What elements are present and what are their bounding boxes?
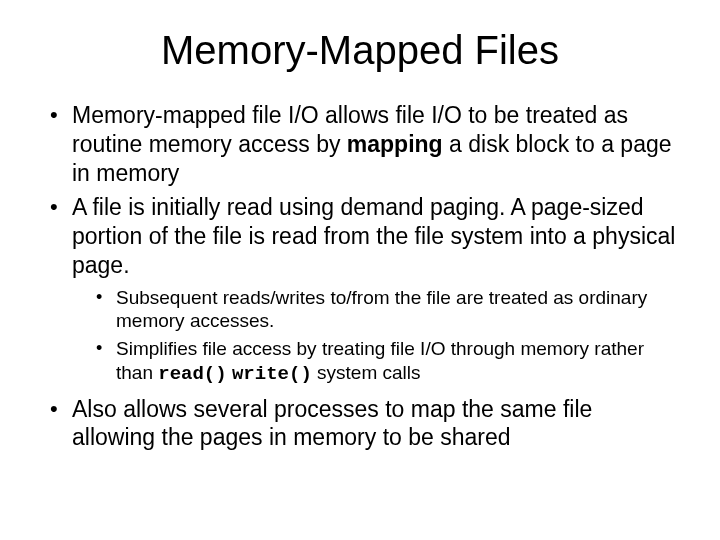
bullet-1: Memory-mapped file I/O allows file I/O t… [68,101,680,187]
bullet-2-text: A file is initially read using demand pa… [72,194,675,278]
code-read: read() [158,363,226,385]
slide: Memory-Mapped Files Memory-mapped file I… [0,0,720,540]
sub-bullet-1: Subsequent reads/writes to/from the file… [112,286,680,334]
bullet-2: A file is initially read using demand pa… [68,193,680,386]
sub-bullet-list: Subsequent reads/writes to/from the file… [72,286,680,387]
bullet-3: Also allows several processes to map the… [68,395,680,453]
sub-bullet-2-post: system calls [312,362,421,383]
bullet-list: Memory-mapped file I/O allows file I/O t… [40,101,680,452]
bullet-1-bold: mapping [347,131,443,157]
slide-title: Memory-Mapped Files [40,28,680,73]
code-write: write() [232,363,312,385]
sub-bullet-2: Simplifies file access by treating file … [112,337,680,387]
